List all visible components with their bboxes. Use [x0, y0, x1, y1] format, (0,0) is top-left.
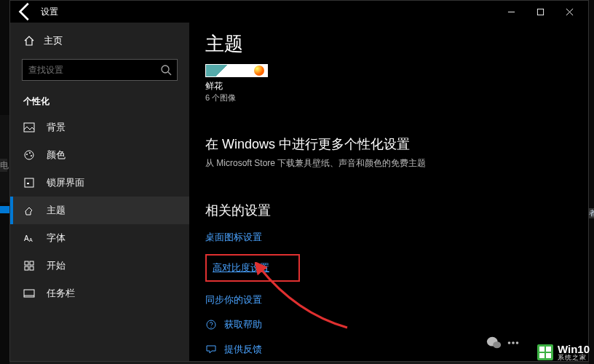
picture-icon [23, 122, 35, 133]
window-controls [496, 1, 584, 23]
watermark-brand: Win10 [558, 344, 590, 355]
minimize-button[interactable] [496, 1, 526, 23]
maximize-button[interactable] [526, 1, 555, 23]
link-give-feedback[interactable]: 提供反馈 [205, 343, 588, 356]
sidebar-item-label: 主题 [47, 204, 66, 217]
home-icon [23, 35, 35, 47]
svg-text:A: A [24, 234, 29, 242]
maximize-icon [536, 8, 544, 16]
annotation-red-box: 高对比度设置 [205, 254, 300, 282]
watermark-logo-icon [537, 344, 553, 360]
sidebar-item-start[interactable]: 开始 [10, 252, 189, 280]
svg-rect-14 [30, 266, 33, 270]
sidebar-home[interactable]: 主页 [10, 28, 189, 53]
related-settings-heading: 相关的设置 [205, 202, 588, 219]
sidebar: 主页 个性化 背景 颜色 锁屏界面 主题 [10, 23, 189, 361]
external-strip-accent [0, 206, 9, 213]
svg-point-4 [26, 154, 28, 155]
theme-name: 鲜花 [205, 80, 588, 92]
svg-point-18 [493, 341, 501, 348]
svg-rect-0 [537, 9, 543, 15]
lockscreen-icon [23, 177, 35, 189]
link-desktop-icon-settings[interactable]: 桌面图标设置 [205, 231, 588, 244]
sidebar-item-label: 背景 [47, 121, 66, 134]
sidebar-item-label: 任务栏 [47, 287, 75, 300]
svg-rect-8 [27, 183, 29, 184]
back-button[interactable] [15, 1, 36, 23]
link-label: 获取帮助 [224, 318, 262, 331]
watermark: Win10 系统之家 [537, 344, 590, 361]
svg-rect-2 [24, 123, 34, 132]
svg-text:A: A [29, 237, 33, 242]
help-icon [205, 319, 217, 331]
svg-point-19 [508, 341, 511, 344]
sidebar-item-lockscreen[interactable]: 锁屏界面 [10, 169, 189, 197]
svg-point-16 [207, 320, 215, 329]
external-right-strip: 者 [589, 0, 594, 364]
close-button[interactable] [555, 1, 584, 23]
themes-icon [23, 205, 35, 216]
svg-point-6 [31, 155, 32, 157]
sidebar-home-label: 主页 [44, 34, 63, 47]
link-high-contrast-settings[interactable]: 高对比度设置 [213, 261, 269, 274]
start-icon [23, 260, 35, 272]
back-arrow-icon [15, 1, 36, 23]
wechat-icon-group [486, 335, 521, 351]
theme-thumbnail[interactable] [205, 64, 268, 77]
wechat-icon [486, 335, 502, 351]
fonts-icon: AA [23, 232, 35, 244]
external-strip-char: 电 [0, 159, 7, 172]
svg-point-5 [29, 152, 31, 154]
wechat-dots-icon [505, 335, 521, 351]
window-title: 设置 [41, 6, 58, 18]
sidebar-item-label: 锁屏界面 [47, 176, 84, 189]
svg-point-21 [516, 341, 519, 344]
search-icon [160, 64, 172, 76]
search-input[interactable] [22, 59, 178, 81]
more-personalization-desc: 从 Microsoft Store 下载兼具壁纸、声音和颜色的免费主题 [205, 157, 588, 170]
sidebar-item-fonts[interactable]: AA 字体 [10, 224, 189, 252]
sidebar-section-title: 个性化 [10, 91, 189, 114]
sidebar-item-label: 字体 [47, 232, 66, 245]
sidebar-item-taskbar[interactable]: 任务栏 [10, 280, 189, 307]
link-sync-settings[interactable]: 同步你的设置 [205, 293, 588, 306]
svg-rect-11 [25, 261, 28, 265]
theme-image-count: 6 个图像 [205, 92, 588, 103]
svg-point-20 [512, 341, 515, 344]
watermark-text: Win10 系统之家 [558, 344, 590, 361]
palette-icon [23, 149, 35, 161]
link-get-help[interactable]: 获取帮助 [205, 318, 588, 331]
svg-point-3 [25, 151, 33, 159]
search-wrap [22, 59, 178, 81]
page-title: 主题 [205, 31, 588, 57]
titlebar: 设置 [10, 1, 588, 23]
external-left-strip: 电 [0, 0, 9, 364]
svg-rect-13 [25, 266, 28, 270]
taskbar-icon [23, 288, 35, 299]
external-right-char: 者 [589, 208, 594, 218]
minimize-icon [507, 8, 515, 16]
sidebar-item-background[interactable]: 背景 [10, 114, 189, 141]
feedback-icon [205, 344, 217, 355]
content-pane: 主题 鲜花 6 个图像 在 Windows 中进行更多个性化设置 从 Micro… [189, 23, 588, 361]
sidebar-item-label: 颜色 [47, 149, 66, 162]
sidebar-item-colors[interactable]: 颜色 [10, 141, 189, 169]
settings-window: 设置 主页 个性化 背景 颜色 [9, 0, 589, 362]
watermark-site: 系统之家 [558, 355, 590, 361]
svg-point-1 [162, 66, 169, 73]
more-personalization-heading: 在 Windows 中进行更多个性化设置 [205, 135, 588, 153]
theme-thumbnail-icon [254, 66, 264, 76]
sidebar-item-themes[interactable]: 主题 [10, 197, 189, 224]
link-label: 提供反馈 [224, 343, 262, 356]
svg-rect-12 [30, 261, 33, 265]
sidebar-item-label: 开始 [47, 259, 66, 272]
close-icon [566, 8, 574, 16]
